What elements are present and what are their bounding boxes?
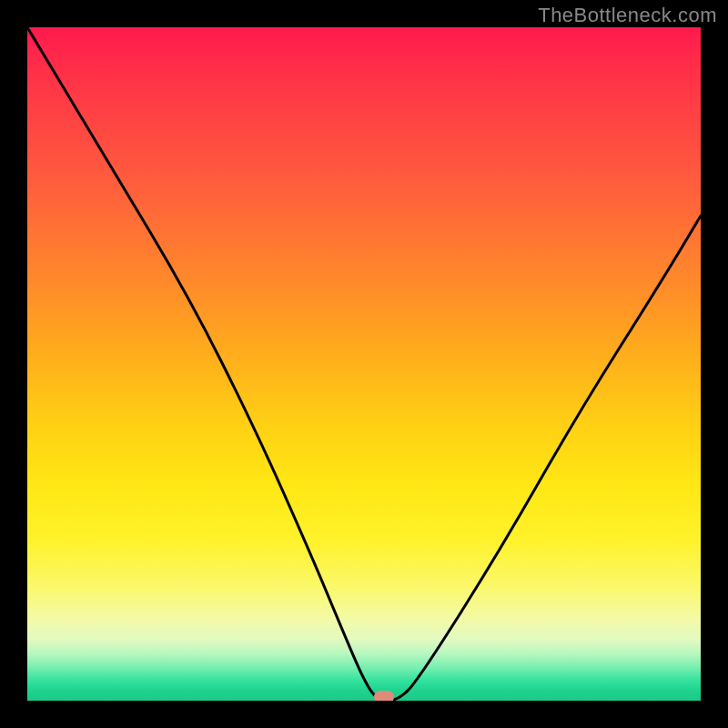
optimal-point-marker bbox=[374, 691, 394, 701]
plot-area bbox=[27, 27, 701, 701]
watermark-text: TheBottleneck.com bbox=[538, 4, 717, 27]
bottleneck-curve-path bbox=[27, 27, 701, 701]
chart-container: TheBottleneck.com bbox=[0, 0, 728, 728]
curve-svg bbox=[27, 27, 701, 701]
